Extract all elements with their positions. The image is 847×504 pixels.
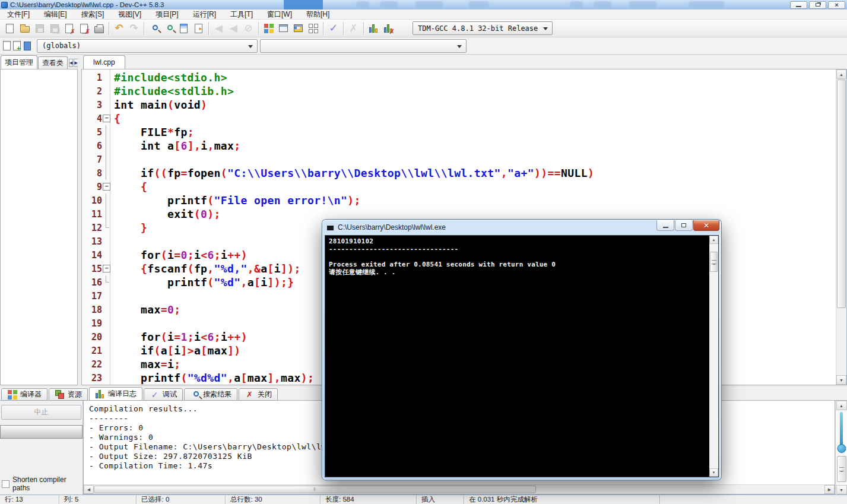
- menu-item-6[interactable]: 运行[R]: [186, 9, 223, 19]
- code-text: exit(0);: [110, 207, 836, 221]
- title-bar: C:\Users\barry\Desktop\lwl\lwl.cpp - Dev…: [0, 0, 847, 9]
- log-vscroll-thumb[interactable]: [837, 456, 846, 482]
- code-line-9[interactable]: 9 {: [82, 180, 836, 194]
- code-line-1[interactable]: 1#include<stdio.h>: [82, 71, 836, 84]
- console-vertical-scrollbar[interactable]: ▲ ▼: [709, 236, 718, 477]
- tab-compile-log[interactable]: 编译日志: [89, 387, 142, 401]
- fold-marker-icon[interactable]: [102, 112, 110, 125]
- code-line-7[interactable]: 7: [82, 153, 836, 166]
- menu-item-1[interactable]: 文件[F]: [0, 9, 37, 19]
- fold-marker-icon[interactable]: [102, 180, 110, 194]
- fold-guide: [102, 248, 110, 262]
- menu-item-8[interactable]: 窗口[W]: [260, 9, 299, 19]
- globals-dropdown[interactable]: (globals): [37, 39, 258, 53]
- save-all-icon: [47, 21, 62, 36]
- project-options-icon[interactable]: [291, 21, 306, 36]
- editor-vertical-scrollbar[interactable]: ▲ ▼: [836, 69, 846, 385]
- log-horizontal-scrollbar[interactable]: ◀ ⦀ ▶: [84, 484, 835, 494]
- code-line-11[interactable]: 11 exit(0);: [82, 207, 836, 221]
- members-dropdown[interactable]: [260, 39, 467, 53]
- add-to-project-icon[interactable]: +: [12, 39, 22, 52]
- fold-marker-icon[interactable]: [102, 262, 110, 275]
- remove-from-project-icon[interactable]: [22, 39, 32, 52]
- menu-item-9[interactable]: 帮助[H]: [299, 9, 337, 19]
- close-project-icon[interactable]: [276, 21, 291, 36]
- code-line-6[interactable]: 6 int a[6],i,max;: [82, 139, 836, 153]
- tab-compiler[interactable]: 编译器: [1, 388, 47, 401]
- console-close-button[interactable]: ✕: [693, 220, 719, 231]
- scroll-up-icon[interactable]: ▲: [836, 401, 847, 410]
- profile-icon[interactable]: [366, 21, 381, 36]
- tab-close[interactable]: ✗关闭: [239, 388, 278, 401]
- bottom-tab-label: 搜索结果: [203, 389, 231, 400]
- scroll-down-icon[interactable]: ▼: [836, 485, 847, 495]
- code-line-2[interactable]: 2#include<stdlib.h>: [82, 84, 836, 98]
- project-tree[interactable]: [0, 69, 78, 385]
- tab-debug[interactable]: ✓调试: [144, 388, 183, 401]
- log-hscroll-thumb[interactable]: ⦀: [94, 486, 536, 493]
- status-cell-5: 长度: 584: [321, 495, 417, 504]
- tabs-scroll-left-icon[interactable]: ◀: [69, 59, 73, 67]
- compile-progress-bar: [0, 425, 83, 439]
- menu-item-7[interactable]: 工具[T]: [223, 9, 260, 19]
- console-window[interactable]: C:\Users\barry\Desktop\lwl\lwl.exe ✕ 281…: [322, 220, 721, 480]
- code-line-4[interactable]: 4{: [82, 112, 836, 125]
- goto-line-icon[interactable]: [191, 21, 206, 36]
- new-project-icon[interactable]: [261, 21, 276, 36]
- abort-button[interactable]: 中止: [1, 405, 81, 420]
- code-line-8[interactable]: 8 if((fp=fopen("C:\\Users\\barry\\Deskto…: [82, 166, 836, 180]
- menu-item-4[interactable]: 视图[V]: [111, 9, 148, 19]
- undo-icon[interactable]: ↶: [112, 21, 126, 36]
- console-minimize-button[interactable]: [656, 220, 674, 231]
- package-manager-icon[interactable]: [306, 21, 321, 36]
- print-icon[interactable]: [91, 21, 106, 36]
- console-line: --------------------------------: [329, 245, 706, 253]
- scroll-down-icon[interactable]: ▼: [709, 468, 718, 477]
- console-scrollbar-thumb[interactable]: [710, 252, 718, 272]
- find-icon[interactable]: [147, 21, 161, 36]
- console-maximize-button[interactable]: [675, 220, 693, 231]
- new-file-icon[interactable]: [2, 21, 17, 36]
- line-number: 5: [82, 127, 102, 138]
- menu-item-2[interactable]: 编辑[E]: [37, 9, 74, 19]
- tab-lwl-cpp[interactable]: lwl.cpp: [83, 55, 125, 69]
- bottom-tab-label: 编译器: [20, 389, 42, 400]
- fold-guide: [102, 221, 110, 234]
- shorten-paths-checkbox[interactable]: [2, 480, 9, 488]
- restore-button[interactable]: [809, 1, 826, 9]
- open-file-icon[interactable]: [17, 21, 32, 36]
- log-vertical-scrollbar[interactable]: ▲ ▼: [835, 401, 847, 495]
- tab-search-results[interactable]: 搜索结果: [184, 388, 237, 401]
- compile-icon[interactable]: ✓: [326, 21, 341, 36]
- toolbar-separator: [109, 22, 109, 35]
- editor-scrollbar-thumb[interactable]: [837, 80, 846, 308]
- blue-scroll-indicator[interactable]: [840, 412, 843, 446]
- scroll-down-icon[interactable]: ▼: [836, 375, 846, 385]
- fold-guide: [102, 344, 110, 357]
- scroll-right-icon[interactable]: ▶: [824, 485, 835, 494]
- close-all-icon[interactable]: ✗: [77, 21, 91, 36]
- scroll-left-icon[interactable]: ◀: [84, 485, 94, 494]
- code-line-5[interactable]: 5 FILE*fp;: [82, 125, 836, 139]
- sidebar-tab-project[interactable]: 项目管理: [1, 55, 37, 69]
- menu-item-3[interactable]: 搜索[S]: [74, 9, 112, 19]
- replace-icon[interactable]: [176, 21, 191, 36]
- menu-item-5[interactable]: 项目[P]: [148, 9, 186, 19]
- console-client-area[interactable]: 28101910102-----------------------------…: [325, 235, 719, 477]
- code-line-3[interactable]: 3int main(void): [82, 98, 836, 112]
- console-title-bar[interactable]: C:\Users\barry\Desktop\lwl\lwl.exe ✕: [322, 220, 721, 234]
- fold-guide: [102, 316, 110, 330]
- delete-profile-icon[interactable]: ✗: [381, 21, 396, 36]
- scroll-up-icon[interactable]: ▲: [709, 236, 718, 244]
- find-in-files-icon[interactable]: [161, 21, 176, 36]
- close-button[interactable]: ×: [828, 1, 845, 9]
- close-file-icon[interactable]: ✗: [62, 21, 77, 36]
- tab-resources[interactable]: 资源: [49, 388, 88, 401]
- compiler-select[interactable]: TDM-GCC 4.8.1 32-bit Release: [413, 21, 553, 35]
- code-line-10[interactable]: 10 printf("File open error!\n");: [82, 194, 836, 207]
- sidebar-tab-classes[interactable]: 查看类: [38, 56, 68, 69]
- minimize-button[interactable]: [790, 1, 807, 9]
- app-icon: [1, 2, 8, 8]
- scroll-up-icon[interactable]: ▲: [836, 69, 846, 79]
- new-source-icon[interactable]: [2, 39, 12, 52]
